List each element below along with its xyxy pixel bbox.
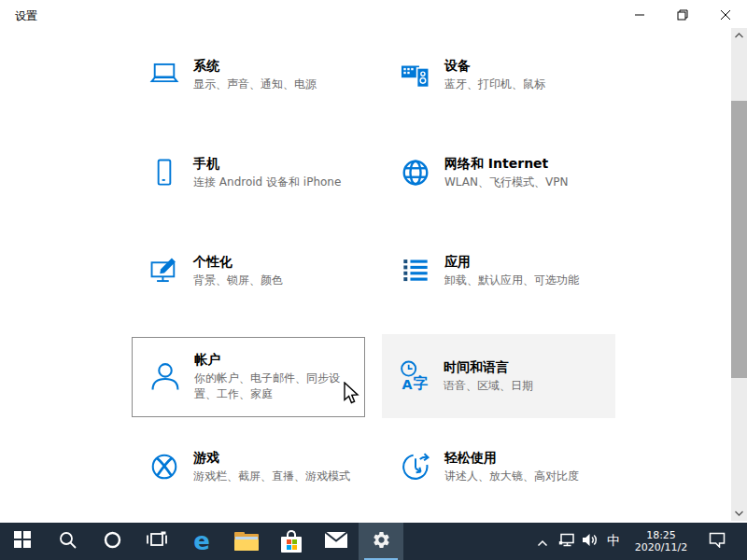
tile-subtitle: 蓝牙、打印机、鼠标 — [444, 77, 611, 92]
restore-button[interactable] — [661, 0, 704, 30]
tile-subtitle: 你的帐户、电子邮件、同步设置、工作、家庭 — [194, 371, 360, 402]
tile-title: 游戏 — [193, 450, 359, 466]
tile-subtitle: 游戏栏、截屏、直播、游戏模式 — [193, 469, 359, 484]
chevron-up-icon — [537, 533, 548, 551]
file-explorer-icon — [234, 532, 259, 551]
search-icon — [59, 531, 77, 553]
mail-icon — [325, 532, 347, 552]
scroll-up-arrow[interactable] — [731, 28, 747, 43]
tile-title: 网络和 Internet — [444, 156, 611, 172]
titlebar: 设置 — [0, 0, 747, 30]
globe-icon — [398, 152, 433, 193]
tile-subtitle: 连接 Android 设备和 iPhone — [193, 175, 359, 190]
store-button[interactable] — [269, 523, 314, 560]
tile-devices[interactable]: 设备 蓝牙、打印机、鼠标 — [383, 33, 616, 117]
tile-time-language[interactable]: A 字 时间和语言 语音、区域、日期 — [382, 334, 615, 418]
close-icon — [720, 9, 731, 21]
ime-indicator[interactable]: 中 — [601, 523, 626, 560]
settings-button[interactable] — [359, 523, 403, 560]
tile-gaming[interactable]: 游戏 游戏栏、截屏、直播、游戏模式 — [132, 425, 365, 509]
scroll-down-arrow[interactable] — [731, 506, 747, 521]
tile-subtitle: 语音、区域、日期 — [444, 378, 610, 394]
apps-list-icon — [398, 250, 433, 291]
start-button[interactable] — [0, 523, 45, 560]
search-button[interactable] — [45, 523, 90, 560]
tile-network[interactable]: 网络和 Internet WLAN、飞行模式、VPN — [383, 131, 616, 215]
tile-subtitle: 背景、锁屏、颜色 — [193, 273, 359, 288]
clock[interactable]: 18:25 2020/11/2 — [626, 523, 697, 560]
xbox-icon — [147, 446, 182, 487]
task-view-icon — [146, 531, 168, 552]
action-center-button[interactable] — [697, 523, 738, 560]
close-button[interactable] — [704, 0, 747, 30]
window-controls — [618, 0, 747, 30]
taskbar: e — [0, 523, 747, 560]
start-icon — [14, 531, 31, 552]
laptop-icon — [147, 54, 182, 95]
tile-title: 手机 — [193, 156, 359, 172]
settings-window: 设置 — [0, 0, 747, 560]
volume-tray-button[interactable] — [578, 523, 601, 560]
cortana-button[interactable] — [90, 523, 134, 560]
svg-text:A: A — [402, 377, 413, 392]
person-icon — [148, 357, 183, 398]
store-icon — [281, 530, 302, 553]
tile-personalization[interactable]: 个性化 背景、锁屏、颜色 — [132, 229, 365, 313]
edge-icon: e — [193, 529, 210, 553]
devices-icon — [398, 54, 433, 95]
tile-title: 帐户 — [194, 352, 360, 368]
tile-title: 个性化 — [193, 254, 359, 270]
minimize-button[interactable] — [618, 0, 661, 30]
system-tray: 中 18:25 2020/11/2 — [530, 523, 747, 560]
tile-phone[interactable]: 手机 连接 Android 设备和 iPhone — [132, 131, 365, 215]
speaker-icon — [582, 533, 598, 551]
window-title: 设置 — [15, 8, 37, 24]
ease-of-access-icon — [398, 446, 433, 487]
tile-system[interactable]: 系统 显示、声音、通知、电源 — [132, 33, 365, 117]
tile-subtitle: 显示、声音、通知、电源 — [193, 77, 359, 92]
tile-ease-of-access[interactable]: 轻松使用 讲述人、放大镜、高对比度 — [383, 425, 616, 509]
tile-title: 系统 — [193, 58, 359, 74]
tile-apps[interactable]: 应用 卸载、默认应用、可选功能 — [383, 229, 616, 313]
network-tray-button[interactable] — [555, 523, 578, 560]
scrollbar-thumb[interactable] — [731, 101, 747, 378]
clock-date: 2020/11/2 — [635, 541, 687, 553]
svg-text:字: 字 — [413, 374, 428, 392]
personalization-icon — [147, 250, 182, 291]
hidden-icons-button[interactable] — [530, 523, 555, 560]
tile-title: 轻松使用 — [444, 450, 611, 466]
action-center-icon — [709, 532, 726, 552]
file-explorer-button[interactable] — [224, 523, 269, 560]
clock-time: 18:25 — [635, 529, 687, 541]
edge-button[interactable]: e — [179, 523, 224, 560]
network-icon — [558, 533, 574, 551]
scrollbar[interactable] — [731, 28, 747, 521]
restore-icon — [677, 9, 688, 21]
tile-subtitle: WLAN、飞行模式、VPN — [444, 175, 611, 190]
tile-accounts[interactable]: 帐户 你的帐户、电子邮件、同步设置、工作、家庭 — [132, 337, 365, 417]
settings-gear-icon — [372, 530, 391, 553]
cortana-icon — [104, 531, 121, 553]
tile-subtitle: 卸载、默认应用、可选功能 — [444, 273, 611, 288]
task-view-button[interactable] — [134, 523, 179, 560]
tile-subtitle: 讲述人、放大镜、高对比度 — [444, 469, 611, 484]
tile-title: 应用 — [444, 254, 611, 270]
tile-title: 设备 — [444, 58, 611, 74]
tile-title: 时间和语言 — [444, 359, 610, 375]
phone-icon — [147, 152, 182, 193]
minimize-icon — [634, 9, 645, 21]
time-language-icon: A 字 — [397, 356, 432, 397]
mail-button[interactable] — [314, 523, 359, 560]
